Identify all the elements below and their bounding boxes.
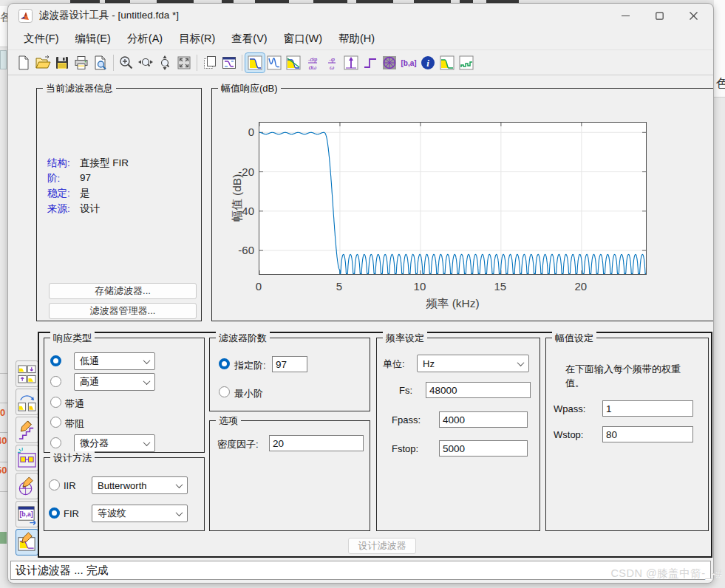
svg-text:-φ: -φ: [329, 56, 335, 63]
fir-method-dropdown[interactable]: 等波纹: [92, 505, 188, 522]
group-delay-icon[interactable]: -dφdω: [303, 53, 322, 72]
pole-zero-editor-icon: [17, 475, 37, 498]
fir-radio[interactable]: [49, 507, 60, 519]
menu-help[interactable]: 帮助(H): [330, 29, 383, 49]
menu-targets[interactable]: 目标(R): [171, 29, 223, 49]
pole-zero-editor-button[interactable]: [16, 473, 38, 499]
fs-input[interactable]: [426, 382, 531, 398]
transform-filter-button[interactable]: [16, 389, 38, 415]
bandpass-radio[interactable]: [50, 397, 61, 408]
options-group: 选项 密度因子:: [209, 420, 370, 531]
differentiator-dropdown[interactable]: 微分器: [74, 434, 155, 452]
magnitude-response-icon[interactable]: [245, 53, 265, 72]
magnitude-response-estimate-icon[interactable]: [438, 53, 457, 72]
open-session-icon[interactable]: [33, 53, 52, 72]
lowpass-dropdown[interactable]: 低通: [74, 352, 155, 370]
zoom-y-icon[interactable]: [155, 53, 174, 72]
design-filter-panel-button[interactable]: [16, 529, 38, 555]
new-session-icon[interactable]: [14, 53, 33, 72]
minimize-button[interactable]: [608, 4, 642, 27]
menu-file[interactable]: 文件(F): [16, 29, 67, 49]
svg-text:i: i: [426, 58, 429, 69]
toolbar: -dφdω -φω [b,a] i: [8, 50, 713, 75]
differentiator-radio[interactable]: [50, 437, 61, 448]
print-icon[interactable]: [72, 53, 91, 72]
highpass-dropdown[interactable]: 高通: [74, 373, 155, 391]
wstop-input[interactable]: [602, 426, 693, 442]
store-filter-button[interactable]: 存储滤波器...: [49, 283, 197, 299]
filter-information-icon[interactable]: i: [418, 53, 438, 72]
import-filter-icon: [b,a]: [17, 503, 37, 526]
fstop-input[interactable]: [439, 440, 528, 457]
y-tick-label: -60: [238, 244, 254, 256]
highpass-radio[interactable]: [50, 376, 61, 387]
bandstop-radio[interactable]: [50, 417, 61, 428]
iir-radio[interactable]: [49, 479, 60, 490]
svg-text:dω: dω: [309, 64, 317, 71]
wpass-label: Wpass:: [554, 403, 585, 414]
unit-dropdown[interactable]: Hz: [417, 355, 529, 372]
fdatool-window: 滤波器设计工具 - [untitled.fda *] 文件(F) 编辑(E) 分…: [7, 3, 714, 584]
menu-window[interactable]: 窗口(W): [276, 29, 330, 49]
x-tick-label: 5: [336, 280, 342, 293]
minimum-order-radio[interactable]: [219, 386, 230, 397]
new-filter-window-icon[interactable]: [200, 53, 219, 72]
maximize-button[interactable]: [642, 4, 676, 27]
impulse-response-icon[interactable]: [341, 53, 361, 72]
phase-delay-icon[interactable]: -φω: [322, 53, 341, 72]
pole-zero-plot-icon[interactable]: [380, 53, 399, 72]
import-filter-button[interactable]: [b,a]: [16, 501, 38, 527]
group-title: 幅值设定: [552, 332, 596, 345]
save-session-icon[interactable]: [52, 53, 72, 72]
zoom-x-icon[interactable]: [136, 53, 155, 72]
density-factor-input[interactable]: [269, 435, 364, 451]
lowpass-radio[interactable]: [50, 355, 61, 366]
info-row-stable: 稳定: 是: [47, 187, 129, 202]
print-preview-icon[interactable]: [91, 53, 110, 72]
wpass-input[interactable]: [602, 400, 693, 417]
design-filter-button[interactable]: 设计滤波器: [348, 538, 416, 554]
menu-view[interactable]: 查看(V): [223, 29, 275, 49]
transform-filter-icon: [17, 391, 37, 414]
specify-order-input[interactable]: [272, 356, 307, 372]
info-label: 结构:: [47, 157, 80, 172]
magnitude-and-phase-icon[interactable]: [284, 53, 303, 72]
magnitude-response-plot[interactable]: [259, 122, 647, 275]
set-quantization-parameters-button[interactable]: [16, 417, 38, 443]
full-view-icon[interactable]: [174, 53, 194, 72]
response-type-group: 响应类型 低通 高通 带通 带阻 微分器: [44, 338, 205, 453]
close-button[interactable]: [676, 4, 710, 27]
menu-edit[interactable]: 编辑(E): [67, 29, 119, 49]
specify-order-radio[interactable]: [219, 358, 230, 369]
title-bar[interactable]: 滤波器设计工具 - [untitled.fda *]: [8, 4, 713, 27]
menu-analysis[interactable]: 分析(A): [119, 29, 171, 49]
fstop-label: Fstop:: [392, 443, 418, 454]
info-label: 来源:: [47, 202, 80, 218]
filter-coefficients-icon[interactable]: [b,a]: [399, 53, 418, 72]
zoom-in-icon[interactable]: [117, 53, 136, 72]
background-fragment: [0, 50, 7, 69]
background-axis-number: 40: [0, 435, 7, 446]
iir-method-dropdown[interactable]: Butterworth: [92, 476, 188, 494]
fir-label: FIR: [64, 508, 79, 519]
fpass-label: Fpass:: [392, 414, 421, 425]
phase-response-icon[interactable]: [265, 53, 284, 72]
iir-label: IIR: [64, 480, 76, 491]
toolbar-separator: [242, 55, 242, 71]
bandpass-label: 带通: [65, 397, 84, 411]
round-off-noise-power-icon[interactable]: [457, 53, 476, 72]
fpass-input[interactable]: [439, 411, 528, 428]
window-title: 滤波器设计工具 - [untitled.fda *]: [39, 9, 179, 22]
filter-specifications-icon[interactable]: [219, 53, 239, 72]
info-value: 97: [80, 172, 91, 188]
filter-info-rows: 结构: 直接型 FIR 阶: 97 稳定: 是 来源: 设计: [47, 157, 129, 217]
realize-model-button[interactable]: [16, 445, 38, 471]
step-response-icon[interactable]: [361, 53, 380, 72]
chevron-down-icon: [143, 357, 151, 364]
current-filter-info-group: 当前滤波器信息 结构: 直接型 FIR 阶: 97 稳定: 是 来源: 设计: [36, 88, 202, 321]
background-fragment: [0, 432, 7, 433]
create-multirate-filter-button[interactable]: [16, 360, 38, 387]
filter-manager-button[interactable]: 滤波器管理器...: [49, 303, 197, 319]
y-axis-label: 幅值 (dB): [230, 174, 245, 222]
group-title: 滤波器阶数: [216, 332, 270, 345]
